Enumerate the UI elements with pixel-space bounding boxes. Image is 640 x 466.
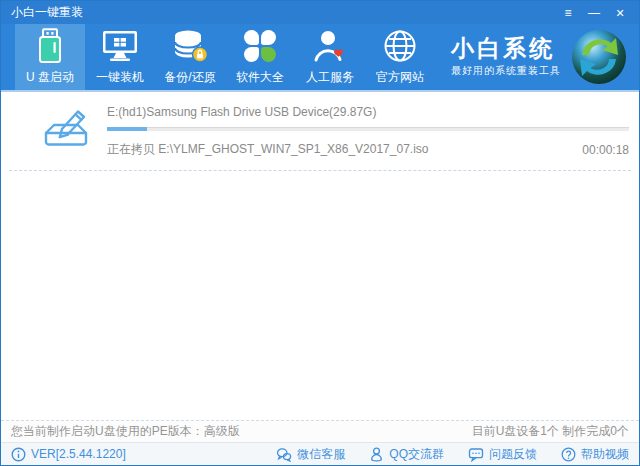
usb-task-row: E:(hd1)Samsung Flash Drive USB Device(29… [9, 98, 631, 171]
feedback-link[interactable]: 问题反馈 [468, 446, 537, 463]
feedback-bubble-icon [468, 447, 484, 462]
nav-item-backup-restore[interactable]: 备份/还原 [155, 24, 225, 90]
qq-group-link[interactable]: QQ交流群 [369, 446, 444, 463]
monitor-windows-icon [102, 28, 138, 64]
footer-link-label: 微信客服 [297, 446, 345, 463]
qq-icon [369, 447, 384, 462]
info-icon [11, 447, 26, 462]
globe-icon [383, 28, 417, 64]
write-disk-icon [39, 104, 93, 158]
wechat-icon [276, 447, 292, 462]
status-bar: 您当前制作启动U盘使用的PE版本：高级版 目前U盘设备1个 制作完成0个 [1, 420, 639, 442]
backup-database-lock-icon [172, 28, 208, 64]
footer-link-label: 问题反馈 [489, 446, 537, 463]
apps-clover-icon [244, 28, 276, 64]
nav-label: 一键装机 [96, 69, 144, 86]
device-count-status: 目前U盘设备1个 制作完成0个 [472, 423, 629, 440]
nav-item-human-service[interactable]: 人工服务 [295, 24, 365, 90]
usb-device-name: E:(hd1)Samsung Flash Drive USB Device(29… [107, 105, 629, 119]
nav-item-usb-boot[interactable]: U 盘启动 [15, 24, 85, 90]
version-label: VER[2.5.44.1220] [31, 447, 126, 461]
pe-version-status: 您当前制作启动U盘使用的PE版本：高级版 [11, 423, 240, 440]
nav-item-one-click-install[interactable]: 一键装机 [85, 24, 155, 90]
minimize-button[interactable]: — [585, 4, 603, 22]
main-content: E:(hd1)Samsung Flash Drive USB Device(29… [1, 92, 639, 420]
elapsed-time: 00:00:18 [582, 143, 629, 157]
wechat-service-link[interactable]: 微信客服 [276, 446, 345, 463]
copy-progress-bar [107, 127, 629, 131]
nav-label: 软件大全 [236, 69, 284, 86]
help-question-icon [561, 447, 576, 462]
brand-area: 小白系统 最好用的系统重装工具 [451, 24, 639, 90]
footer-link-label: QQ交流群 [389, 446, 444, 463]
menu-button[interactable]: ≡ [559, 4, 577, 22]
titlebar[interactable]: 小白一键重装 ≡ — ✕ [1, 1, 639, 24]
copy-status-text: 正在拷贝 E:\YLMF_GHOST_WIN7_SP1_X86_V2017_07… [107, 141, 428, 158]
help-video-link[interactable]: 帮助视频 [561, 446, 629, 463]
footer-bar: VER[2.5.44.1220] 微信客服 [1, 442, 639, 465]
nav-item-software-collection[interactable]: 软件大全 [225, 24, 295, 90]
nav-label: 官方网站 [376, 69, 424, 86]
nav-label: U 盘启动 [26, 69, 74, 86]
nav-label: 备份/还原 [164, 69, 215, 86]
app-window: 小白一键重装 ≡ — ✕ U 盘启动 [0, 0, 640, 466]
nav-item-official-website[interactable]: 官方网站 [365, 24, 435, 90]
brand-name: 小白系统 [451, 36, 561, 61]
usb-drive-icon [35, 28, 65, 64]
close-button[interactable]: ✕ [611, 4, 629, 22]
window-title: 小白一键重装 [11, 4, 83, 21]
main-nav: U 盘启动 一键装机 [1, 24, 639, 92]
copy-progress-fill [107, 127, 147, 131]
brand-tagline: 最好用的系统重装工具 [451, 64, 561, 78]
version-info[interactable]: VER[2.5.44.1220] [11, 447, 126, 462]
brand-logo-sphere-icon [571, 29, 627, 85]
support-person-heart-icon [313, 28, 347, 64]
footer-link-label: 帮助视频 [581, 446, 629, 463]
nav-label: 人工服务 [306, 69, 354, 86]
